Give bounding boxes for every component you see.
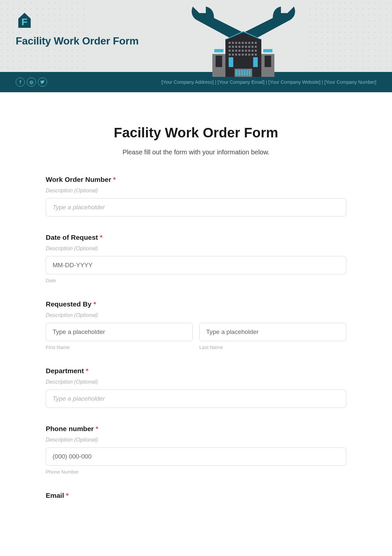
last-name-input[interactable] — [199, 323, 346, 341]
svg-rect-33 — [252, 50, 253, 52]
svg-rect-45 — [253, 57, 258, 67]
phone-label: Phone number * — [46, 425, 346, 433]
svg-rect-16 — [255, 42, 257, 44]
svg-rect-50 — [244, 70, 245, 76]
date-request-label: Date of Request * — [46, 234, 346, 241]
svg-rect-28 — [235, 50, 237, 52]
svg-rect-4 — [214, 49, 223, 52]
svg-rect-23 — [248, 46, 250, 48]
work-order-label: Work Order Number * — [46, 176, 346, 183]
field-phone: Phone number * Description (Optional) Ph… — [46, 425, 346, 475]
requested-by-label: Requested By * — [46, 300, 346, 308]
svg-rect-52 — [249, 70, 251, 76]
first-name-input[interactable] — [46, 323, 193, 341]
facebook-icon[interactable]: f — [16, 78, 25, 87]
svg-rect-43 — [255, 54, 257, 56]
last-name-sublabel: Last Name — [199, 344, 346, 350]
first-name-sublabel: First Name — [46, 344, 193, 350]
svg-rect-30 — [242, 50, 244, 52]
svg-rect-13 — [245, 42, 247, 44]
svg-text:F: F — [22, 16, 27, 27]
svg-rect-35 — [229, 54, 231, 56]
field-department: Department * Description (Optional) — [46, 367, 346, 408]
phone-sublabel: Phone Number — [46, 469, 346, 475]
phone-input[interactable] — [46, 447, 346, 466]
svg-rect-29 — [238, 50, 240, 52]
svg-rect-24 — [252, 46, 253, 48]
svg-rect-11 — [238, 42, 240, 44]
svg-rect-39 — [242, 54, 244, 56]
form-container: Facility Work Order Form Please fill out… — [39, 92, 353, 530]
svg-rect-19 — [235, 46, 237, 48]
svg-rect-48 — [238, 70, 240, 76]
svg-rect-41 — [248, 54, 250, 56]
svg-rect-9 — [232, 42, 234, 44]
svg-rect-25 — [255, 46, 257, 48]
department-label: Department * — [46, 367, 346, 375]
svg-rect-12 — [242, 42, 244, 44]
work-order-input[interactable] — [46, 198, 346, 217]
svg-rect-40 — [245, 54, 247, 56]
phone-desc: Description (Optional) — [46, 437, 346, 443]
svg-rect-17 — [229, 46, 231, 48]
svg-rect-6 — [216, 56, 222, 67]
svg-rect-18 — [232, 46, 234, 48]
email-label: Email * — [46, 492, 346, 499]
svg-rect-27 — [232, 50, 234, 52]
field-work-order: Work Order Number * Description (Optiona… — [46, 176, 346, 217]
svg-rect-21 — [242, 46, 244, 48]
svg-rect-36 — [232, 54, 234, 56]
svg-rect-37 — [235, 54, 237, 56]
svg-rect-14 — [248, 42, 250, 44]
svg-rect-8 — [229, 42, 231, 44]
svg-rect-51 — [246, 70, 248, 76]
date-request-sublabel: Date — [46, 278, 346, 283]
building-graphic-icon — [183, 0, 304, 83]
svg-rect-26 — [229, 50, 231, 52]
twitter-icon[interactable] — [38, 78, 47, 87]
svg-rect-7 — [265, 56, 271, 67]
svg-rect-31 — [245, 50, 247, 52]
field-date-request: Date of Request * Description (Optional)… — [46, 234, 346, 283]
work-order-desc: Description (Optional) — [46, 187, 346, 194]
logo-icon: F — [16, 11, 33, 29]
social-icons: f ◎ — [16, 78, 47, 87]
svg-rect-42 — [252, 54, 253, 56]
svg-rect-15 — [252, 42, 253, 44]
svg-rect-20 — [238, 46, 240, 48]
field-email: Email * — [46, 492, 346, 499]
banner: F Facility Work Order Form — [0, 0, 392, 72]
form-title: Facility Work Order Form — [46, 125, 346, 141]
instagram-icon[interactable]: ◎ — [27, 78, 36, 87]
date-request-desc: Description (Optional) — [46, 245, 346, 252]
form-subtitle: Please fill out the form with your infor… — [46, 148, 346, 156]
svg-rect-22 — [245, 46, 247, 48]
svg-rect-10 — [235, 42, 237, 44]
svg-rect-32 — [248, 50, 250, 52]
date-request-input[interactable] — [46, 256, 346, 274]
requested-by-desc: Description (Optional) — [46, 312, 346, 318]
svg-rect-49 — [241, 70, 243, 76]
department-input[interactable] — [46, 390, 346, 408]
svg-rect-44 — [229, 57, 233, 67]
svg-rect-5 — [263, 49, 272, 52]
field-requested-by: Requested By * Description (Optional) Fi… — [46, 300, 346, 350]
svg-rect-34 — [255, 50, 257, 52]
department-desc: Description (Optional) — [46, 379, 346, 385]
svg-rect-47 — [236, 70, 237, 76]
svg-rect-38 — [238, 54, 240, 56]
